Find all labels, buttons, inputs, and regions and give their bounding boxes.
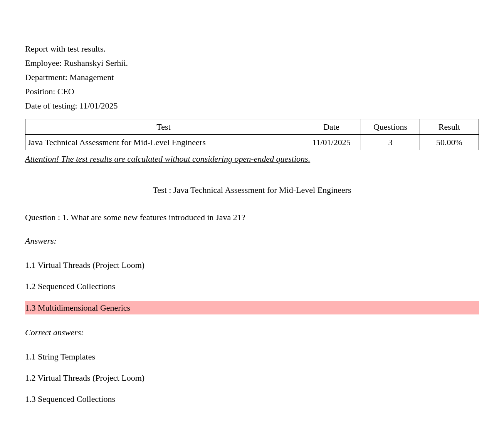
test-section-title: Test : Java Technical Assessment for Mid…: [25, 184, 479, 196]
answers-label: Answers:: [25, 234, 479, 247]
table-row: Java Technical Assessment for Mid-Level …: [25, 135, 479, 150]
question-text: 1. What are some new features introduced…: [62, 212, 245, 222]
correct-answers-list: 1.1 String Templates1.2 Virtual Threads …: [25, 350, 479, 405]
employee-line: Employee: Rushanskyi Serhii.: [25, 57, 479, 69]
th-date: Date: [302, 119, 361, 135]
test-title-value: Java Technical Assessment for Mid-Level …: [173, 185, 351, 195]
table-header-row: Test Date Questions Result: [25, 119, 479, 135]
correct-answer-item: 1.2 Virtual Threads (Project Loom): [25, 371, 479, 384]
employee-value: Rushanskyi Serhii.: [64, 58, 128, 68]
answer-item: 1.2 Sequenced Collections: [25, 280, 479, 293]
department-value: Management: [69, 72, 114, 82]
position-line: Position: CEO: [25, 85, 479, 98]
answer-item: 1.3 Multidimensional Generics: [25, 301, 479, 314]
results-table: Test Date Questions Result Java Technica…: [25, 119, 479, 150]
testing-date-line: Date of testing: 11/01/2025: [25, 99, 479, 112]
department-line: Department: Management: [25, 71, 479, 84]
td-date: 11/01/2025: [302, 135, 361, 150]
correct-answer-item: 1.3 Sequenced Collections: [25, 393, 479, 405]
td-test: Java Technical Assessment for Mid-Level …: [25, 135, 302, 150]
testing-date-value: 11/01/2025: [79, 101, 118, 110]
report-title: Report with test results.: [25, 42, 479, 55]
correct-answer-item: 1.1 String Templates: [25, 350, 479, 363]
answer-item: 1.1 Virtual Threads (Project Loom): [25, 259, 479, 271]
answers-list: 1.1 Virtual Threads (Project Loom)1.2 Se…: [25, 259, 479, 314]
employee-label: Employee:: [25, 58, 62, 68]
th-questions: Questions: [361, 119, 420, 135]
test-title-prefix: Test :: [153, 185, 171, 195]
correct-answers-label: Correct answers:: [25, 326, 479, 339]
question-line: Question : 1. What are some new features…: [25, 211, 479, 224]
position-label: Position:: [25, 87, 55, 96]
td-questions: 3: [361, 135, 420, 150]
question-prefix: Question :: [25, 212, 60, 222]
th-result: Result: [420, 119, 479, 135]
position-value: CEO: [57, 87, 74, 96]
td-result: 50.00%: [420, 135, 479, 150]
th-test: Test: [25, 119, 302, 135]
attention-note: Attention! The test results are calculat…: [25, 152, 479, 165]
testing-date-label: Date of testing:: [25, 101, 77, 110]
department-label: Department:: [25, 72, 67, 82]
